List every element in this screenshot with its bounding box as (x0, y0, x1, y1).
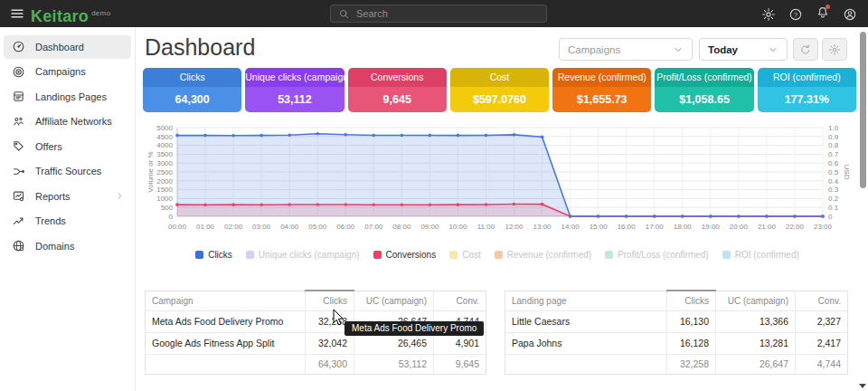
search-bar[interactable]: Search (330, 5, 547, 23)
totals-cell: 9,645 (434, 354, 486, 374)
sidebar-item-offers[interactable]: Offers (4, 135, 131, 158)
table-cell: 13,281 (716, 332, 796, 354)
stat-card-label: Conversions (348, 68, 447, 87)
stat-card-label: Revenue (confirmed) (552, 68, 651, 87)
svg-text:21:00: 21:00 (758, 223, 777, 231)
scrollbar-thumb[interactable] (860, 32, 866, 188)
page-title: Dashboard (145, 34, 255, 61)
landings-pages-icon (12, 90, 25, 103)
legend-item-conversions[interactable]: Conversions (373, 250, 437, 260)
totals-cell (505, 354, 667, 374)
svg-text:USD: USD (843, 165, 850, 180)
column-header-uc-campaign-[interactable]: UC (campaign) (354, 291, 434, 310)
settings-icon[interactable] (761, 7, 776, 22)
notifications-icon[interactable] (816, 5, 830, 24)
help-icon[interactable]: ? (788, 7, 803, 22)
table-cell: 2,327 (796, 310, 848, 332)
logo[interactable]: Keitarodemo (31, 4, 110, 26)
totals-row: 32,25826,6474,744 (505, 354, 848, 374)
svg-text:0.5: 0.5 (828, 168, 839, 176)
stat-card-roi-confirmed-: ROI (confirmed)177.31% (758, 68, 856, 112)
column-header-clicks[interactable]: Clicks (667, 291, 716, 310)
svg-text:07:00: 07:00 (364, 223, 383, 231)
sidebar-item-dashboard[interactable]: Dashboard (4, 35, 131, 59)
stat-card-value: 53,112 (245, 87, 344, 112)
table-cell: 16,128 (667, 332, 716, 354)
landing-pages-data-table: Landing pageClicksUC (campaign)Conv.Litt… (505, 290, 848, 375)
table-row[interactable]: Little Caesars16,13013,3662,327 (505, 310, 848, 332)
legend-item-profit-loss-confirmed-[interactable]: Profit/Loss (confirmed) (605, 250, 709, 260)
reports-icon (12, 189, 25, 203)
column-header-uc-campaign-[interactable]: UC (campaign) (716, 291, 796, 310)
svg-text:15:00: 15:00 (590, 223, 609, 231)
stat-card-label: Cost (450, 68, 549, 87)
column-header-conv-[interactable]: Conv. (434, 291, 486, 310)
search-icon (338, 8, 350, 20)
svg-text:14:00: 14:00 (561, 223, 580, 231)
column-header-landing-page[interactable]: Landing page (505, 291, 667, 310)
svg-text:08:00: 08:00 (392, 223, 411, 231)
sidebar-item-domains[interactable]: Domains (4, 234, 131, 258)
sidebar-item-campaigns[interactable]: Campaigns (4, 60, 131, 83)
table-row[interactable]: Papa Johns16,12813,2812,417 (505, 332, 848, 354)
stat-card-value: 177.31% (758, 87, 856, 112)
legend-item-revenue-confirmed-[interactable]: Revenue (confirmed) (495, 250, 591, 260)
account-icon[interactable] (843, 7, 857, 22)
sidebar-item-reports[interactable]: Reports (4, 185, 131, 208)
legend-item-cost[interactable]: Cost (449, 250, 481, 260)
stat-card-unique-clicks-campaign-: Unique clicks (campaign)53,112 (245, 68, 344, 112)
table-cell: Google Ads Fitness App Split (146, 332, 306, 354)
chevron-right-icon (115, 191, 125, 201)
column-header-campaign[interactable]: Campaign (146, 291, 306, 310)
sidebar-item-trends[interactable]: Trends (4, 209, 131, 233)
svg-text:4500: 4500 (156, 133, 173, 141)
date-range-select[interactable]: Today (699, 38, 788, 61)
svg-text:18:00: 18:00 (674, 223, 693, 231)
svg-text:11:00: 11:00 (477, 223, 495, 231)
legend-swatch (195, 251, 203, 259)
sidebar-item-label: Dashboard (35, 42, 84, 52)
svg-text:04:00: 04:00 (280, 223, 299, 231)
svg-text:1.0: 1.0 (828, 124, 839, 132)
dashboard-settings-button[interactable] (822, 38, 847, 61)
refresh-button[interactable] (793, 38, 818, 61)
svg-text:1000: 1000 (156, 195, 173, 203)
legend-swatch (449, 251, 458, 259)
sidebar-item-label: Affiliate Networks (35, 116, 112, 127)
svg-text:4000: 4000 (156, 141, 173, 149)
legend-item-clicks[interactable]: Clicks (195, 250, 232, 260)
svg-text:0.6: 0.6 (828, 159, 839, 167)
svg-text:03:00: 03:00 (252, 223, 271, 231)
svg-text:?: ? (794, 11, 797, 19)
svg-text:19:00: 19:00 (702, 223, 721, 231)
stat-card-conversions: Conversions9,645 (348, 68, 447, 112)
svg-text:0.3: 0.3 (828, 186, 839, 194)
scrollbar-down-arrow[interactable] (859, 384, 866, 388)
stat-card-label: ROI (confirmed) (758, 68, 856, 87)
chevron-down-icon (768, 44, 778, 55)
svg-text:0.2: 0.2 (828, 195, 839, 203)
sidebar-item-affiliate-networks[interactable]: Affiliate Networks (4, 110, 131, 133)
campaigns-filter-select[interactable]: Campaigns (559, 38, 693, 61)
sidebar: DashboardCampaignsLandings PagesAffiliat… (0, 27, 136, 391)
stat-card-clicks: Clicks64,300 (143, 68, 241, 112)
svg-text:09:00: 09:00 (420, 223, 439, 231)
stat-card-label: Profit/Loss (confirmed) (655, 68, 753, 87)
column-header-conv-[interactable]: Conv. (796, 291, 848, 310)
column-header-clicks[interactable]: Clicks (306, 291, 354, 310)
legend-swatch (495, 251, 503, 259)
traffic-sources-icon (12, 165, 25, 178)
svg-text:12:00: 12:00 (505, 223, 524, 231)
legend-item-roi-confirmed-[interactable]: ROI (confirmed) (722, 250, 799, 260)
legend-item-unique-clicks-campaign-[interactable]: Unique clicks (campaign) (246, 250, 360, 260)
sidebar-item-landings-pages[interactable]: Landings Pages (4, 85, 131, 109)
legend-label: Unique clicks (campaign) (259, 250, 360, 260)
table-cell: Papa Johns (505, 332, 667, 354)
menu-icon[interactable] (9, 5, 25, 22)
svg-text:0.4: 0.4 (828, 177, 839, 186)
chevron-down-icon (673, 44, 684, 55)
sidebar-item-traffic-sources[interactable]: Traffic Sources (4, 159, 131, 183)
svg-text:16:00: 16:00 (618, 223, 637, 231)
svg-text:5000: 5000 (156, 124, 173, 132)
svg-text:13:00: 13:00 (533, 223, 552, 231)
